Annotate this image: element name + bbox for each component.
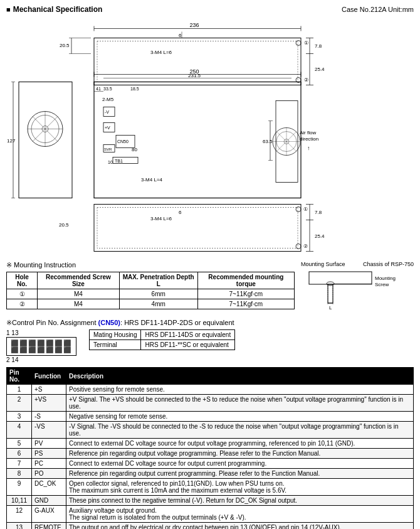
screw-size: M4	[38, 299, 120, 309]
mating-table-wrap: Mating Housing HRS DF11-14DS or equivale…	[89, 329, 235, 350]
pin-number: 9	[7, 479, 32, 496]
pin-number: 3	[7, 412, 32, 422]
pin-row: 1 +S Positive sensing for remote sense.	[7, 385, 414, 395]
page-header: Mechanical Specification Case No.212A Un…	[6, 5, 414, 14]
svg-text:18.5: 18.5	[130, 87, 139, 91]
pin-description: +V Signal. The +VS should be connected t…	[66, 395, 414, 412]
svg-text:25.4: 25.4	[315, 233, 325, 239]
col-screw: Recommended Screw Size	[38, 272, 120, 289]
pin-number: 6	[7, 449, 32, 459]
svg-text:3-M4 L=6: 3-M4 L=6	[150, 50, 172, 55]
svg-text:80: 80	[132, 147, 137, 152]
svg-text:L: L	[329, 305, 332, 311]
mounting-header: ※ Mounting Instruction	[6, 261, 295, 269]
pin-function: PV	[32, 439, 66, 449]
pin-number: 4	[7, 422, 32, 439]
svg-text:↑: ↑	[307, 145, 310, 151]
svg-text:Air flow: Air flow	[300, 130, 316, 136]
pin-row: 4 -VS -V Signal. The -VS should be conne…	[7, 422, 414, 439]
depth: 4mm	[119, 299, 197, 309]
pin-row: 3 -S Negative sensing for remote sense.	[7, 412, 414, 422]
mounting-diagram: Mounting Surface Chassis of RSP-750 L Mo…	[301, 261, 414, 314]
pin-description: Open collector signal, referenced to pin…	[66, 479, 414, 496]
mating-value: HRS DF11-14DS or equivalent	[141, 330, 235, 340]
pin-description: -V Signal. The -VS should be connected t…	[66, 422, 414, 439]
pin-table-section: Pin No. Function Description 1 +S Positi…	[6, 367, 414, 529]
svg-text:TB1: TB1	[115, 159, 123, 163]
svg-text:-V: -V	[105, 110, 109, 114]
pin-function: +S	[32, 385, 66, 395]
svg-rect-24	[19, 82, 72, 198]
svg-text:direction: direction	[300, 136, 318, 142]
pin-description: Connect to external DC voltage source fo…	[66, 439, 414, 449]
pin-function: DC_OK	[32, 479, 66, 496]
pin-function: +VS	[32, 395, 66, 412]
screw-size: M4	[38, 289, 120, 299]
pin-description: Auxiliary voltage output ground.The sign…	[66, 506, 414, 523]
svg-text:3-M4 L=6: 3-M4 L=6	[150, 216, 172, 222]
mating-label: Mating Housing	[90, 330, 141, 340]
pin-description: Negative sensing for remote sense.	[66, 412, 414, 422]
svg-text:②: ②	[303, 243, 308, 249]
pin-function: PC	[32, 459, 66, 469]
pin-function: REMOTEON-OFF	[32, 523, 66, 530]
control-section: ※Control Pin No. Assignment (CN50): HRS …	[6, 319, 414, 363]
svg-text:CN50: CN50	[117, 139, 129, 144]
pin-number: 2	[7, 395, 32, 412]
pin-row: 13 REMOTEON-OFF The output on and off by…	[7, 523, 414, 530]
pin-number: 7	[7, 459, 32, 469]
svg-text:①: ①	[304, 40, 308, 46]
mounting-row: ② M4 4mm 7~11Kgf·cm	[7, 299, 295, 309]
pin-description: Positive sensing for remote sense.	[66, 385, 414, 395]
mounting-table-area: ※ Mounting Instruction Hole No. Recommen…	[6, 261, 295, 309]
pin-range-top: 1 13	[6, 329, 76, 336]
svg-text:①: ①	[303, 206, 308, 212]
pin-number: 8	[7, 469, 32, 479]
pin-function: G-AUX	[32, 506, 66, 523]
control-body: 1 13 ⬛⬛⬛⬛⬛⬛⬛⬛⬛⬛⬛⬛⬛⬛ 2 14 Mating Housing …	[6, 329, 414, 363]
svg-text:231.5: 231.5	[188, 73, 201, 78]
col-torque: Recommended mounting torque	[197, 272, 294, 289]
svg-rect-97	[328, 284, 333, 303]
pin-description: Reference pin regarding output voltage p…	[66, 449, 414, 459]
svg-text:10: 10	[108, 160, 113, 164]
page-title: Mechanical Specification	[6, 5, 102, 14]
col-depth: MAX. Penetration Depth L	[119, 272, 197, 289]
svg-text:33.5: 33.5	[103, 87, 112, 91]
pin-number: 5	[7, 439, 32, 449]
mating-row: Terminal HRS DF11-**SC or equivalent	[90, 340, 235, 350]
pin-number: 13	[7, 523, 32, 530]
mounting-table: Hole No. Recommended Screw Size MAX. Pen…	[6, 272, 295, 309]
pin-description: The output on and off by electrical or d…	[66, 523, 414, 530]
svg-text:7.8: 7.8	[315, 210, 322, 215]
svg-text:6: 6	[179, 210, 182, 215]
pin-number: 12	[7, 506, 32, 523]
svg-text:20.5: 20.5	[59, 222, 69, 228]
pin-row: 8 PO Reference pin regarding output curr…	[7, 469, 414, 479]
control-subtitle: : HRS DF11-14DP-2DS or equivalent	[120, 319, 234, 326]
col-pin-no: Pin No.	[7, 368, 32, 385]
svg-text:127: 127	[7, 138, 16, 144]
svg-text:3-M4 L=4: 3-M4 L=4	[141, 177, 163, 183]
pin-range-bottom: 2 14	[6, 356, 76, 363]
svg-point-13	[296, 41, 301, 46]
pin-description: Connect to external DC voltage source fo…	[66, 459, 414, 469]
pin-function: PO	[32, 469, 66, 479]
svg-text:236: 236	[189, 22, 199, 28]
pin-row: 6 PS Reference pin regarding output volt…	[7, 449, 414, 459]
depth: 6mm	[119, 289, 197, 299]
pin-function: PS	[32, 449, 66, 459]
svg-text:Screw: Screw	[375, 282, 389, 287]
svg-text:63.5: 63.5	[263, 139, 273, 144]
pin-number: 10,11	[7, 496, 32, 506]
pin-row: 2 +VS +V Signal. The +VS should be conne…	[7, 395, 414, 412]
pin-row: 9 DC_OK Open collector signal, reference…	[7, 479, 414, 496]
pin-function: -S	[32, 412, 66, 422]
pin-row: 5 PV Connect to external DC voltage sour…	[7, 439, 414, 449]
pin-number: 1	[7, 385, 32, 395]
mating-value: HRS DF11-**SC or equivalent	[141, 340, 235, 350]
mating-table: Mating Housing HRS DF11-14DS or equivale…	[89, 329, 235, 350]
svg-text:+V: +V	[105, 126, 110, 130]
mating-row: Mating Housing HRS DF11-14DS or equivale…	[90, 330, 235, 340]
svg-text:②: ②	[304, 77, 308, 83]
